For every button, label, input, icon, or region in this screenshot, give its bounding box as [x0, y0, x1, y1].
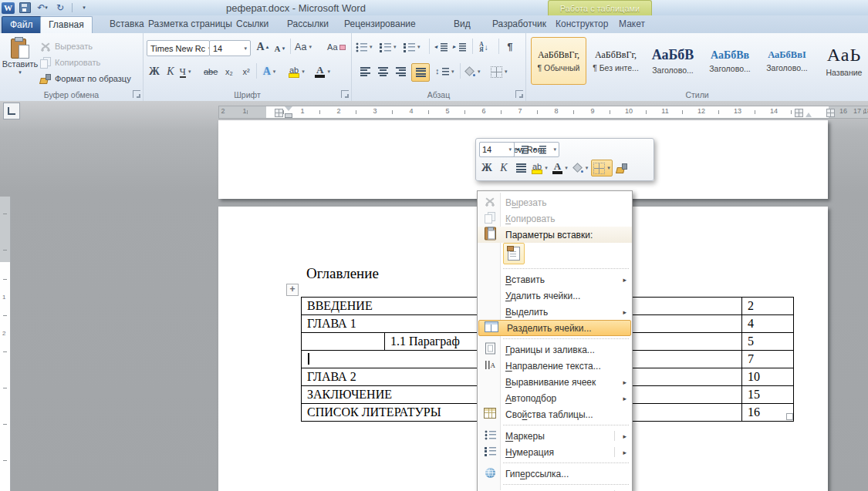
page-number-cell[interactable]: 7: [742, 351, 793, 368]
align-right-button[interactable]: [393, 63, 407, 80]
mini-font-size-combo[interactable]: 14: [479, 142, 515, 157]
paste-button[interactable]: Вставить ▾: [3, 37, 37, 88]
style-card-2[interactable]: АаБбВЗаголово...: [645, 37, 701, 85]
style-card-3[interactable]: АаБбВвЗаголово...: [702, 37, 758, 85]
style-card-0[interactable]: АаБбВвГг,¶ Обычный: [531, 37, 586, 85]
menu-item-8[interactable]: Разделить ячейки...: [478, 320, 631, 336]
table-column-marker[interactable]: [826, 109, 835, 117]
mini-shading-button[interactable]: [571, 160, 590, 176]
menu-item-11[interactable]: Направление текста...: [478, 358, 632, 374]
page-number-cell[interactable]: 4: [742, 315, 793, 332]
mini-justify-button[interactable]: [513, 160, 529, 176]
qat-customize-button[interactable]: ▾: [76, 2, 92, 14]
menu-item-21[interactable]: Поиск▸: [478, 487, 632, 491]
superscript-button[interactable]: x²: [239, 63, 253, 80]
tab-9[interactable]: Конструктор: [548, 16, 616, 32]
sort-button[interactable]: АЯ ↓: [477, 39, 491, 55]
table-move-handle[interactable]: +: [286, 284, 299, 296]
bullets-button[interactable]: [356, 39, 373, 55]
menu-item-14[interactable]: Свойства таблицы...: [478, 406, 632, 422]
horizontal-ruler[interactable]: 211234567891011121314161718: [218, 106, 868, 119]
tab-4[interactable]: Ссылки: [228, 16, 276, 32]
change-case-button[interactable]: Аа: [295, 39, 312, 55]
tab-6[interactable]: Рецензирование: [336, 16, 424, 32]
mini-toolbar: Times New Rom 14 А▲ А▼ Ж К ab А: [475, 138, 654, 181]
table-column-marker[interactable]: [275, 109, 283, 117]
vertical-ruler[interactable]: 12: [0, 197, 11, 491]
line-spacing-button[interactable]: [435, 63, 454, 80]
numbering-button[interactable]: [380, 39, 397, 55]
font-size-combo[interactable]: 14: [209, 40, 251, 56]
tab-5[interactable]: Рассылки: [279, 16, 336, 32]
menu-item-16[interactable]: Маркеры▸: [478, 428, 632, 444]
table-column-marker[interactable]: [795, 109, 803, 117]
page-number-cell[interactable]: 15: [742, 386, 793, 403]
text-effects-button[interactable]: А: [262, 63, 276, 80]
page-number-cell[interactable]: 5: [742, 333, 793, 350]
highlight-color-button[interactable]: ab: [289, 63, 305, 80]
right-indent-marker[interactable]: [806, 113, 812, 117]
paste-option-button[interactable]: [503, 243, 525, 264]
mini-format-painter-button[interactable]: [614, 160, 630, 176]
mini-highlight-button[interactable]: ab: [530, 160, 549, 176]
page-number-cell[interactable]: 10: [742, 368, 793, 385]
shading-button[interactable]: [464, 63, 481, 80]
strikethrough-button[interactable]: abe: [204, 63, 218, 80]
format-painter-button[interactable]: Формат по образцу: [40, 71, 131, 86]
undo-button[interactable]: ↶▾: [35, 2, 50, 14]
table-resize-handle[interactable]: [786, 413, 793, 420]
font-dialog-launcher[interactable]: [341, 90, 349, 98]
borders-button[interactable]: [491, 63, 508, 80]
toc-subcell[interactable]: [302, 333, 385, 350]
increase-indent-button[interactable]: [452, 39, 466, 55]
decrease-indent-button[interactable]: [434, 39, 448, 55]
menu-item-13[interactable]: Автоподбор▸: [478, 390, 632, 406]
justify-button[interactable]: [411, 63, 430, 82]
mini-borders-button[interactable]: [591, 160, 613, 177]
tab-10[interactable]: Макет: [611, 16, 653, 32]
mini-font-color-button[interactable]: А: [551, 160, 569, 176]
show-marks-button[interactable]: ¶: [503, 39, 517, 55]
tab-8[interactable]: Разработчик: [485, 16, 554, 32]
document-heading[interactable]: Оглавление: [306, 265, 379, 282]
style-card-1[interactable]: АаБбВвГг,¶ Без инте...: [588, 37, 643, 85]
underline-button[interactable]: Ч: [178, 63, 192, 80]
menu-item-17[interactable]: Нумерация▸: [478, 444, 632, 460]
format-painter-label: Формат по образцу: [55, 74, 131, 83]
bold-button[interactable]: Ж: [147, 63, 161, 80]
tab-1[interactable]: Главная: [40, 16, 93, 34]
multilevel-list-button[interactable]: [404, 39, 420, 55]
paragraph-dialog-launcher[interactable]: [515, 90, 523, 98]
align-left-button[interactable]: [358, 63, 372, 80]
grow-font-button[interactable]: А▲: [256, 39, 270, 55]
menu-item-5[interactable]: Вставить▸: [478, 271, 632, 288]
tab-7[interactable]: Вид: [446, 16, 478, 32]
menu-item-12[interactable]: Выравнивание ячеек▸: [478, 374, 632, 390]
menu-item-6[interactable]: Удалить ячейки...: [478, 288, 632, 304]
menu-item-10[interactable]: Границы и заливка...: [478, 341, 632, 358]
style-card-5[interactable]: АаЬНазвание: [816, 37, 868, 85]
tab-3[interactable]: Разметка страницы: [140, 16, 240, 32]
bullet-list-icon: [485, 430, 496, 440]
menu-item-19[interactable]: Гиперссылка...: [478, 466, 632, 482]
shrink-font-button[interactable]: А▼: [273, 40, 287, 57]
font-color-button[interactable]: А: [315, 63, 330, 80]
indent-marker[interactable]: [285, 106, 292, 118]
tab-file[interactable]: Файл: [2, 16, 42, 33]
word-logo[interactable]: W: [2, 2, 15, 14]
tab-stop-selector[interactable]: [3, 103, 20, 119]
clear-formatting-button[interactable]: Аа: [327, 39, 346, 55]
mini-italic-button[interactable]: К: [496, 160, 512, 176]
italic-button[interactable]: К: [164, 63, 177, 80]
page-number-cell[interactable]: 2: [742, 298, 793, 314]
subscript-button[interactable]: x₂: [222, 63, 236, 80]
style-card-4[interactable]: АаБбВвІЗаголово...: [759, 37, 815, 85]
redo-button[interactable]: ↻: [52, 2, 68, 14]
menu-item-7[interactable]: Выделить▸: [478, 304, 632, 320]
clipboard-dialog-launcher[interactable]: [133, 90, 140, 98]
save-button[interactable]: [17, 2, 32, 14]
mini-bold-button[interactable]: Ж: [479, 160, 495, 176]
font-group-label: Шрифт: [144, 90, 351, 99]
align-center-button[interactable]: [376, 63, 390, 80]
font-name-combo[interactable]: Times New Rc: [147, 40, 210, 56]
